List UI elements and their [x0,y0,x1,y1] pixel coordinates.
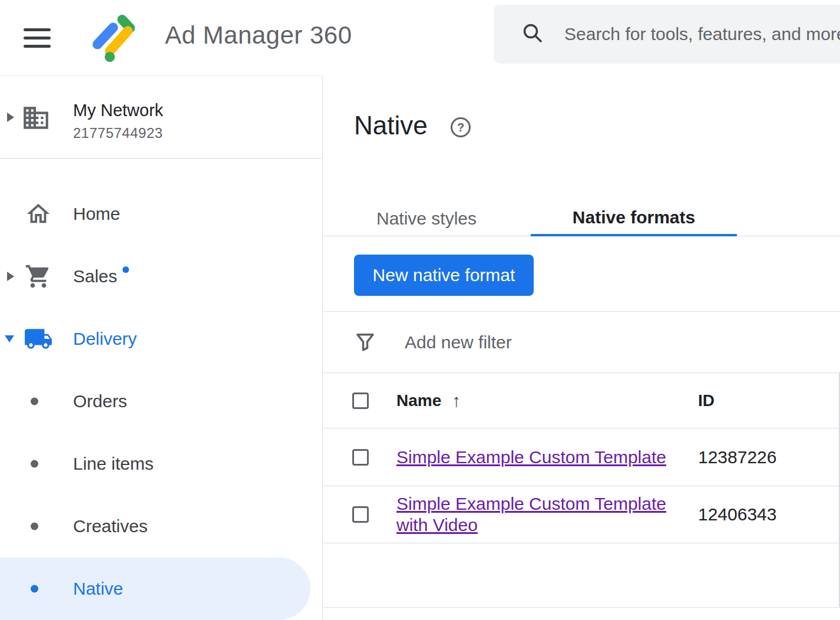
network-name: My Network [73,101,163,120]
row-checkbox[interactable] [352,449,369,466]
expand-right-icon [7,272,14,281]
sidebar-item-native[interactable]: Native [0,558,310,620]
sidebar-item-delivery[interactable]: Delivery [0,308,322,370]
search-bar[interactable] [494,5,840,64]
add-filter-label: Add new filter [405,332,512,352]
building-icon [21,103,51,135]
sidebar-item-label: Home [73,204,120,224]
bullet-icon [31,585,38,593]
sidebar-item-orders[interactable]: Orders [0,370,322,433]
sidebar-item-label: Native [73,579,123,599]
sidebar-item-label: Sales [73,266,117,286]
sidebar-item-line-items[interactable]: Line items [0,433,322,495]
expand-down-icon [5,335,14,342]
ad-manager-logo-icon[interactable] [87,9,141,64]
sidebar-item-label: Orders [73,391,127,411]
notification-dot [123,266,129,273]
add-filter-bar[interactable]: Add new filter [323,311,840,373]
sidebar-item-sales[interactable]: Sales [0,245,322,308]
column-header-name[interactable]: Name ↑ [396,391,461,411]
sort-ascending-icon: ↑ [452,391,461,411]
sidebar-item-label: Line items [73,454,154,474]
network-id: 21775744923 [73,125,163,141]
row-checkbox[interactable] [352,506,369,523]
main-content: Native ? Native styles Native formats Ne… [323,75,840,620]
table-bottom-border [323,607,840,608]
tab-native-formats[interactable]: Native formats [531,200,737,236]
format-link[interactable]: Simple Example Custom Template [396,447,666,467]
topbar: Ad Manager 360 [0,0,840,75]
table-header-row: Name ↑ ID [323,373,840,428]
table-row: Simple Example Custom Template 12387226 [323,428,840,486]
sidebar-item-creatives[interactable]: Creatives [0,495,322,558]
network-selector[interactable]: My Network 21775744923 [0,76,322,159]
sidebar-nav: Home Sales Delivery Orders [0,159,322,620]
format-name-cell: Simple Example Custom Template with Vide… [396,493,691,536]
filter-funnel-icon [353,329,378,356]
tabbar: Native styles Native formats [323,200,840,236]
app-title: Ad Manager 360 [165,21,352,50]
home-icon [24,199,53,229]
native-formats-table: Name ↑ ID Simple Example Custom Template… [323,373,840,543]
format-name-cell: Simple Example Custom Template [396,447,691,468]
truck-icon [24,324,53,354]
search-icon [521,21,544,47]
sidebar: My Network 21775744923 Home Sales [0,75,323,620]
new-native-format-button[interactable]: New native format [354,255,534,296]
bullet-icon [31,523,38,530]
page-title: Native [354,111,428,140]
search-input[interactable] [564,24,840,44]
help-icon[interactable]: ? [451,117,471,137]
table-row: Simple Example Custom Template with Vide… [323,486,840,543]
select-all-checkbox[interactable] [352,393,369,409]
sidebar-item-home[interactable]: Home [0,183,322,245]
bullet-icon [31,460,38,468]
menu-icon[interactable] [24,24,51,52]
format-link[interactable]: Simple Example Custom Template with Vide… [396,494,666,535]
bullet-icon [31,398,38,405]
column-header-id: ID [698,391,715,410]
expand-right-icon [7,113,14,122]
format-id-cell: 12406343 [698,504,776,525]
cart-icon [24,262,53,291]
format-id-cell: 12387226 [698,447,776,467]
sidebar-item-label: Delivery [73,329,137,349]
tab-native-styles[interactable]: Native styles [359,200,494,236]
sidebar-item-label: Creatives [73,516,148,536]
